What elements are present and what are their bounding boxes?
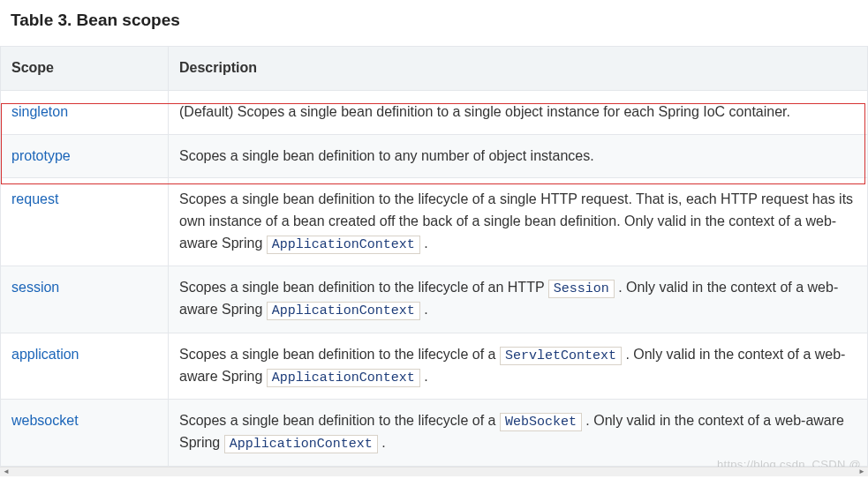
table-row: singleton (Default) Scopes a single bean… (1, 90, 868, 134)
table-row: prototype Scopes a single bean definitio… (1, 134, 868, 178)
table-header-row: Scope Description (1, 47, 868, 91)
code-application-context: ApplicationContext (267, 369, 420, 387)
desc-cell: Scopes a single bean definition to any n… (169, 134, 868, 178)
scroll-right-arrow-icon[interactable]: ► (856, 468, 868, 476)
scope-link-session[interactable]: session (11, 280, 59, 295)
header-description: Description (169, 47, 868, 91)
code-servlet-context: ServletContext (500, 347, 622, 365)
desc-text: . (420, 369, 428, 384)
horizontal-scrollbar[interactable]: ◄ ► (0, 467, 868, 476)
desc-text: . (378, 435, 386, 450)
scope-link-websocket[interactable]: websocket (11, 413, 79, 428)
desc-text: . (420, 302, 428, 317)
desc-text: Scopes a single bean definition to the l… (179, 280, 548, 295)
desc-cell: (Default) Scopes a single bean definitio… (169, 90, 868, 134)
desc-text: Scopes a single bean definition to any n… (179, 148, 594, 163)
header-scope: Scope (1, 47, 169, 91)
desc-text: . (420, 236, 428, 251)
code-session: Session (548, 280, 615, 298)
desc-text: (Default) Scopes a single bean definitio… (179, 104, 790, 119)
desc-cell: Scopes a single bean definition to the l… (169, 178, 868, 266)
scope-link-request[interactable]: request (11, 191, 58, 206)
desc-text: Scopes a single bean definition to the l… (179, 347, 500, 362)
desc-cell: Scopes a single bean definition to the l… (169, 266, 868, 333)
table-row: session Scopes a single bean definition … (1, 266, 868, 333)
bean-scopes-table: Scope Description singleton (Default) Sc… (0, 46, 868, 467)
table-row: websocket Scopes a single bean definitio… (1, 400, 868, 467)
code-websocket: WebSocket (500, 413, 582, 431)
scope-link-singleton[interactable]: singleton (11, 104, 68, 119)
scope-link-application[interactable]: application (11, 347, 79, 362)
code-application-context: ApplicationContext (267, 236, 420, 254)
table-wrapper: Table 3. Bean scopes Scope Description s… (0, 0, 868, 476)
desc-cell: Scopes a single bean definition to the l… (169, 333, 868, 400)
table-caption: Table 3. Bean scopes (0, 0, 868, 46)
scroll-left-arrow-icon[interactable]: ◄ (0, 468, 12, 476)
scope-link-prototype[interactable]: prototype (11, 148, 71, 163)
table-row: request Scopes a single bean definition … (1, 178, 868, 266)
table-row: application Scopes a single bean definit… (1, 333, 868, 400)
desc-text: Scopes a single bean definition to the l… (179, 413, 500, 428)
code-application-context: ApplicationContext (224, 435, 378, 453)
code-application-context: ApplicationContext (267, 302, 420, 320)
desc-cell: Scopes a single bean definition to the l… (169, 400, 868, 467)
